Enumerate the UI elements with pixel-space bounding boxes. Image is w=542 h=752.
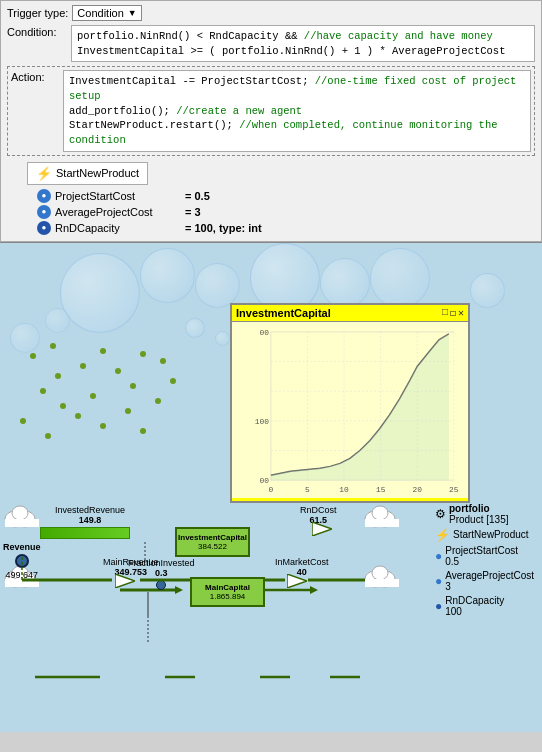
svg-text:00: 00 [259, 476, 269, 485]
svg-point-39 [12, 506, 28, 520]
svg-marker-29 [310, 586, 318, 594]
dot-11 [155, 398, 161, 404]
action-code[interactable]: InvestmentCapital -= ProjectStartCost; /… [63, 70, 531, 151]
param-name-2: AverageProjectCost [55, 206, 185, 218]
right-projectstartcost: ● ProjectStartCost 0.5 [435, 545, 534, 567]
revenue-circle [15, 554, 29, 568]
main-capital-stock[interactable]: MainCapital 1.865.894 [190, 577, 265, 607]
inmarket-valve [287, 574, 307, 591]
cloud-inmarket [363, 561, 401, 592]
dot-8 [115, 368, 121, 374]
revenue-name: Revenue [3, 542, 41, 552]
right-rndcapacity-label: RnDCapacity [445, 595, 504, 606]
dot-5 [100, 348, 106, 354]
chart-titlebar: InvestmentCapital □ ◻ ✕ [232, 305, 468, 322]
svg-text:0: 0 [269, 485, 274, 494]
bubble-10 [45, 308, 70, 333]
param-row-3: ● RnDCapacity = 100, type: int [37, 221, 535, 235]
cloud-rnd [363, 501, 401, 532]
dot-20 [140, 428, 146, 434]
chart-controls[interactable]: □ ◻ ✕ [442, 307, 464, 319]
revenue-node[interactable]: Revenue 499.647 [3, 542, 41, 580]
dot-7 [90, 393, 96, 399]
param-row-2: ● AverageProjectCost = 3 [37, 205, 535, 219]
svg-point-43 [372, 506, 388, 520]
right-projectstartcost-value: 0.5 [445, 556, 518, 567]
bubble-9 [10, 323, 40, 353]
chart-window[interactable]: InvestmentCapital □ ◻ ✕ [230, 303, 470, 503]
bubble-8 [470, 273, 505, 308]
condition-line1: portfolio.NinRnd() < RndCapacity && //ha… [77, 29, 529, 44]
svg-marker-51 [287, 574, 307, 588]
svg-text:00: 00 [259, 328, 269, 337]
right-rndcapacity-value: 100 [445, 606, 504, 617]
inmarket-name: InMarketCost [275, 557, 329, 567]
dot-2 [55, 373, 61, 379]
right-averageprojectcost: ● AverageProjectCost 3 [435, 570, 534, 592]
param-row-1: ● ProjectStartCost = 0.5 [37, 189, 535, 203]
svg-point-47 [372, 566, 388, 580]
agent-block: ⚡ StartNewProduct [27, 162, 535, 185]
chart-close[interactable]: ✕ [458, 307, 464, 319]
bubble-12 [215, 331, 230, 346]
dot-15 [125, 408, 131, 414]
main-revenue-valve [115, 574, 135, 591]
dot-17 [170, 378, 176, 384]
circle-icon-2: ● [435, 574, 442, 588]
condition-block: Condition: portfolio.NinRnd() < RndCapac… [7, 25, 535, 62]
chart-restore[interactable]: ◻ [450, 307, 456, 319]
svg-text:5: 5 [305, 485, 310, 494]
trigger-type: Condition [77, 7, 123, 19]
lightning-icon-right: ⚡ [435, 528, 450, 542]
condition-label: Condition: [7, 25, 67, 38]
chart-body: 00 100 00 0 5 10 15 20 25 [232, 322, 468, 498]
gear-icon: ⚙ [435, 507, 446, 521]
dot-1 [30, 353, 36, 359]
action-line2: add_portfolio(); //create a new agent [69, 104, 525, 119]
right-startnewproduct-label: StartNewProduct [453, 529, 529, 540]
dot-19 [45, 433, 51, 439]
right-panel: ⚙ portfolio Product [135] ⚡ StartNewProd… [435, 503, 534, 620]
agent-box[interactable]: ⚡ StartNewProduct [27, 162, 148, 185]
param-value-1: = 0.5 [185, 190, 210, 202]
svg-marker-21 [271, 334, 449, 480]
param-value-3: = 100, type: int [185, 222, 262, 234]
chart-minimize[interactable]: □ [442, 307, 448, 319]
dot-10 [130, 383, 136, 389]
trigger-dropdown[interactable]: Condition ▼ [72, 5, 141, 21]
bubble-6 [370, 248, 430, 308]
investment-capital-stock[interactable]: InvestmentCapital 384.522 [175, 527, 250, 557]
action-label: Action: [11, 70, 59, 83]
investment-capital-value: 384.522 [198, 542, 227, 551]
svg-rect-48 [365, 579, 399, 587]
main-capital-value: 1.865.894 [210, 592, 246, 601]
action-line3: StartNewProduct.restart(); //when comple… [69, 118, 525, 147]
lightning-icon: ⚡ [36, 166, 52, 181]
invested-revenue-label: InvestedRevenue 149.8 [55, 505, 125, 525]
dot-3 [80, 363, 86, 369]
dot-14 [100, 423, 106, 429]
svg-text:20: 20 [412, 485, 422, 494]
bubble-2 [140, 248, 195, 303]
right-averageprojectcost-value: 3 [445, 581, 534, 592]
top-panel: Trigger type: Condition ▼ Condition: por… [0, 0, 542, 242]
svg-text:10: 10 [339, 485, 349, 494]
agent-name: StartNewProduct [56, 167, 139, 179]
condition-code[interactable]: portfolio.NinRnd() < RndCapacity && //ha… [71, 25, 535, 62]
bubble-5 [320, 258, 370, 308]
dot-16 [140, 351, 146, 357]
bubble-11 [185, 318, 205, 338]
right-projectstartcost-label: ProjectStartCost [445, 545, 518, 556]
chart-title: InvestmentCapital [236, 307, 331, 319]
condition-line2: InvestmentCapital >= ( portfolio.NinRnd(… [77, 44, 529, 59]
param-icon-3: ● [37, 221, 51, 235]
svg-text:100: 100 [255, 417, 269, 426]
main-revenue-name: MainRevenue [103, 557, 159, 567]
investment-capital-name: InvestmentCapital [178, 533, 247, 542]
dot-12 [160, 358, 166, 364]
sim-area: InvestmentCapital □ ◻ ✕ [0, 242, 542, 732]
circle-icon-1: ● [435, 549, 442, 563]
circle-icon-3: ● [435, 599, 442, 613]
dot-6 [60, 403, 66, 409]
rnd-valve [312, 522, 332, 539]
